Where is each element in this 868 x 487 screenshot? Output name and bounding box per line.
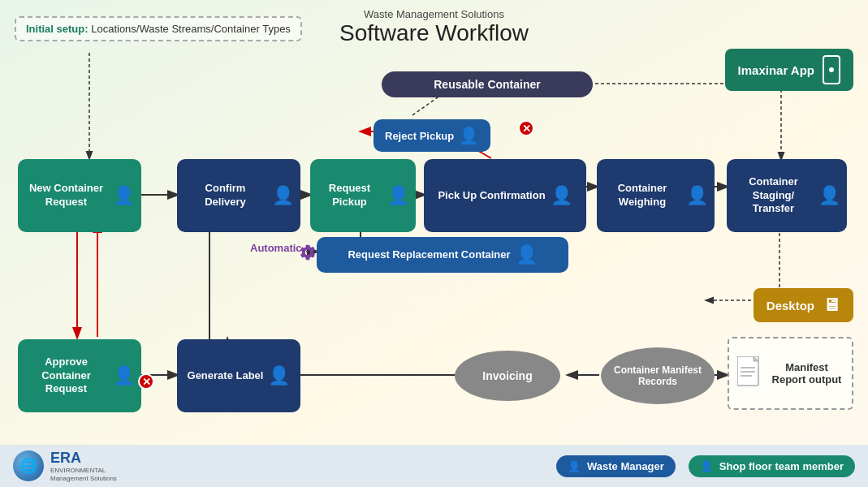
monitor-icon: 🖥 (823, 295, 840, 316)
confirm-delivery-label: Confirm Delivery (184, 182, 267, 209)
generate-label-box: Generate Label 👤 (177, 339, 300, 412)
imaxinar-button[interactable]: Imaxinar App (725, 49, 853, 91)
generate-label-label: Generate Label (188, 369, 264, 383)
approve-container-label: Approve Container Request (24, 356, 108, 397)
gear-icon (299, 244, 317, 265)
new-container-box: New Container Request 👤 (18, 159, 141, 232)
new-container-label: New Container Request (24, 182, 108, 209)
person-icon-approve: 👤 (113, 364, 135, 388)
bottom-bar: 🌐 ERA ENVIRONMENTALManagement Solutions … (0, 445, 868, 487)
person-icon-reject: 👤 (459, 126, 479, 145)
person-icon-stage: 👤 (818, 184, 840, 208)
era-sub: ENVIRONMENTALManagement Solutions (50, 467, 117, 482)
reusable-container-label: Reusable Container (434, 78, 540, 91)
manifest-report-box: Manifest Report output (728, 337, 853, 410)
person-icon-reqpick: 👤 (387, 184, 409, 208)
waste-manager-label: Waste Manager (587, 460, 664, 472)
person-icon-confirm: 👤 (272, 184, 294, 208)
container-weighing-box: Container Weighing 👤 (597, 159, 715, 232)
person-icon-sf: 👤 (700, 460, 713, 472)
era-globe-icon: 🌐 (13, 450, 44, 481)
approve-container-box: Approve Container Request 👤 (18, 339, 141, 412)
initial-setup-label: Initial setup: (26, 23, 89, 35)
imaxinar-label: Imaxinar App (738, 63, 814, 77)
reject-x-badge: ✕ (518, 120, 534, 136)
person-icon-replace: 👤 (516, 244, 538, 267)
invoicing-label: Invoicing (482, 369, 532, 382)
container-staging-label: Container Staging/ Transfer (733, 175, 814, 217)
container-manifest-label: Container Manifest Records (601, 364, 715, 387)
reusable-container-box: Reusable Container (382, 71, 593, 97)
container-staging-box: Container Staging/ Transfer 👤 (727, 159, 847, 232)
person-icon-genlabel: 👤 (268, 364, 290, 388)
person-icon-weigh: 👤 (686, 184, 708, 208)
pickup-confirmation-label: Pick Up Confirmation (438, 189, 545, 203)
container-weighing-label: Container Weighing (603, 182, 681, 209)
era-logo: 🌐 ERA ENVIRONMENTALManagement Solutions (13, 450, 117, 482)
desktop-label: Desktop (767, 299, 814, 312)
waste-manager-legend: 👤 Waste Manager (556, 455, 676, 477)
request-pickup-box: Request Pickup 👤 (310, 159, 416, 232)
initial-setup-text: Locations/Waste Streams/Container Types (91, 23, 291, 35)
reject-pickup-label: Reject Pickup (385, 130, 454, 142)
person-icon-new: 👤 (113, 184, 135, 208)
person-icon-pickup: 👤 (551, 184, 572, 208)
request-replacement-box: Request Replacement Container 👤 (317, 237, 568, 273)
automatic-label: Automatic (250, 242, 302, 254)
request-replacement-label: Request Replacement Container (348, 248, 510, 262)
desktop-button[interactable]: Desktop 🖥 (754, 288, 853, 322)
confirm-delivery-box: Confirm Delivery 👤 (177, 159, 300, 232)
person-icon-wm: 👤 (568, 460, 581, 472)
document-icon (737, 356, 763, 391)
approve-x-badge: ✕ (138, 373, 154, 390)
invoicing-box: Invoicing (455, 351, 560, 401)
initial-setup-box: Initial setup: Locations/Waste Streams/C… (15, 16, 302, 41)
era-name: ERA (50, 450, 117, 467)
manifest-report-label: Manifest Report output (770, 361, 844, 386)
reject-pickup-box: Reject Pickup 👤 (374, 119, 490, 152)
phone-icon (823, 55, 840, 84)
shop-floor-label: Shop floor team member (719, 460, 844, 472)
container-manifest-box: Container Manifest Records (601, 347, 715, 404)
pickup-confirmation-box: Pick Up Confirmation 👤 (424, 159, 586, 232)
request-pickup-label: Request Pickup (317, 182, 382, 209)
shop-floor-legend: 👤 Shop floor team member (689, 455, 855, 477)
